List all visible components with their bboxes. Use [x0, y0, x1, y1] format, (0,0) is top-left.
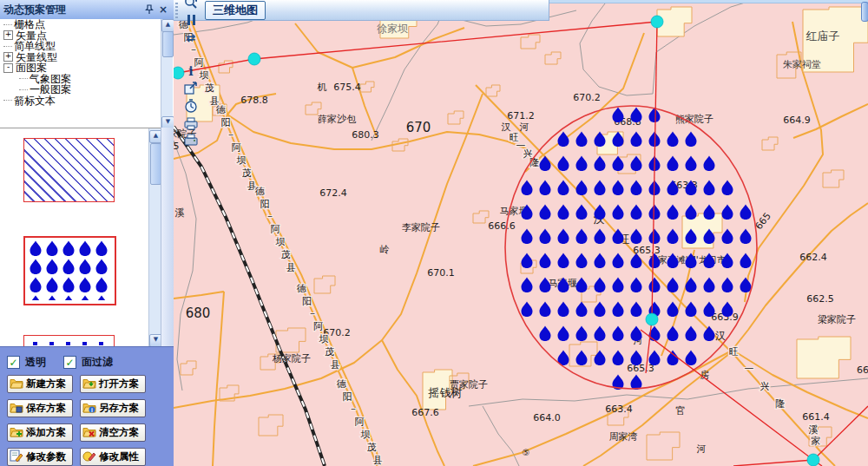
- pin-icon[interactable]: [142, 3, 156, 16]
- plan-vertex-handle[interactable]: [651, 16, 663, 28]
- svg-text:朱家祠堂: 朱家祠堂: [783, 59, 821, 70]
- folder-new-button[interactable]: 新建方案: [7, 375, 73, 393]
- svg-text:德: 德: [216, 104, 227, 115]
- svg-text:671.2: 671.2: [507, 110, 535, 121]
- folder-new-icon: [10, 377, 23, 391]
- map3d-button[interactable]: 三维地图: [205, 1, 266, 20]
- svg-text:熊家院子: 熊家院子: [675, 114, 713, 125]
- svg-text:665.3: 665.3: [627, 363, 654, 374]
- folder-add-button[interactable]: 添加方案: [7, 423, 73, 442]
- tree-item-矢量点[interactable]: +矢量点: [0, 30, 161, 42]
- svg-text:县: 县: [286, 262, 296, 273]
- svg-text:663.4: 663.4: [605, 404, 633, 415]
- button-label: 新建方案: [26, 377, 66, 391]
- plan-vertex-handle[interactable]: [248, 53, 260, 65]
- map-canvas[interactable]: 徐家坝红庙子朱家祠堂664.9机675.4薛家沙包680.3678.867067…: [174, 0, 868, 466]
- svg-text:阳: 阳: [221, 117, 231, 128]
- folder-saveas-button[interactable]: i另存方案: [80, 399, 146, 417]
- print-preview-icon: [183, 115, 199, 131]
- close-icon[interactable]: ×: [156, 3, 170, 16]
- collapse-icon[interactable]: -: [3, 63, 13, 73]
- map-toolbar: ⇄i 三维地图: [174, 0, 549, 21]
- scroll-up-icon[interactable]: ▲: [149, 130, 161, 143]
- svg-text:周家湾: 周家湾: [609, 431, 638, 443]
- svg-text:阳: 阳: [260, 199, 270, 210]
- tree-item-简单线型[interactable]: 简单线型: [0, 41, 161, 52]
- svg-text:官: 官: [676, 405, 686, 417]
- svg-text:670.1: 670.1: [427, 267, 455, 279]
- toolbar-grip[interactable]: [175, 3, 178, 18]
- third-pattern-swatch[interactable]: [23, 335, 115, 347]
- svg-text:－: －: [308, 308, 318, 319]
- preview-scrollbar[interactable]: ▲ ▼: [148, 128, 161, 347]
- edit-props-button[interactable]: 修改属性: [80, 448, 146, 466]
- folder-clear-button[interactable]: 清空方案: [80, 423, 146, 442]
- tree-item-矢量线型[interactable]: +矢量线型: [0, 52, 161, 63]
- hatch-pattern-swatch[interactable]: [23, 138, 115, 202]
- map-top-border: [549, 0, 868, 3]
- swap-icon: ⇄: [183, 30, 199, 45]
- tree-item-箭标文本[interactable]: 箭标文本: [0, 95, 161, 107]
- export-icon: [183, 81, 199, 96]
- svg-text:i: i: [91, 407, 93, 413]
- tree-item-label: 一般图案: [30, 84, 71, 95]
- timer-button[interactable]: [181, 97, 201, 115]
- svg-text:－: －: [266, 211, 275, 222]
- panel-title: 动态预案管理: [3, 3, 142, 17]
- svg-text:一: 一: [745, 364, 754, 375]
- svg-text:德: 德: [297, 283, 307, 294]
- svg-text:5: 5: [174, 141, 180, 152]
- svg-text:茂: 茂: [325, 346, 334, 358]
- tree-scrollbar[interactable]: ▲ ▼: [161, 19, 173, 128]
- svg-text:坝: 坝: [276, 236, 286, 247]
- folder-open-button[interactable]: 打开方案: [80, 375, 146, 393]
- preview-scroll-thumb[interactable]: [150, 143, 161, 185]
- folder-save-button[interactable]: 保存方案: [7, 399, 73, 417]
- tree-scroll-thumb[interactable]: [162, 31, 174, 57]
- svg-text:茂: 茂: [281, 249, 291, 260]
- export-button[interactable]: [181, 80, 201, 97]
- info-button[interactable]: i: [181, 62, 201, 80]
- svg-text:662.5: 662.5: [806, 293, 834, 305]
- plan-vertex-handle[interactable]: [646, 313, 658, 325]
- svg-text:徐家坝: 徐家坝: [377, 23, 408, 35]
- tree-item-一般图案[interactable]: 一般图案: [0, 84, 161, 95]
- svg-text:杨家院子: 杨家院子: [272, 353, 311, 364]
- edit-params-button[interactable]: 修改参数: [7, 448, 73, 466]
- svg-text:阿: 阿: [232, 142, 241, 154]
- checkbox-label: 透明: [25, 355, 46, 370]
- plan-vertex-handle[interactable]: [807, 454, 819, 466]
- svg-text:溪: 溪: [175, 207, 185, 219]
- scroll-up-icon[interactable]: ▲: [161, 19, 174, 32]
- button-label: 添加方案: [26, 426, 66, 439]
- svg-text:⇄: ⇄: [187, 30, 196, 43]
- svg-text:680.3: 680.3: [352, 129, 379, 141]
- expand-icon[interactable]: +: [3, 52, 13, 62]
- svg-text:662.4: 662.4: [799, 252, 827, 263]
- tree-connector: [3, 46, 12, 47]
- tree-item-label: 气象图案: [30, 74, 71, 84]
- svg-text:664.0: 664.0: [533, 412, 561, 423]
- drops-pattern-swatch[interactable]: [23, 236, 116, 305]
- pause-icon: [183, 12, 199, 28]
- svg-text:河: 河: [697, 443, 707, 455]
- scroll-down-icon[interactable]: ▼: [149, 334, 161, 347]
- swap-button[interactable]: ⇄: [181, 29, 201, 46]
- pause-button[interactable]: [181, 11, 201, 29]
- checkbox-透明[interactable]: ✓: [7, 356, 20, 369]
- print-button[interactable]: [181, 132, 201, 149]
- edit-props-icon: [82, 450, 96, 464]
- tree-item-面图案[interactable]: -面图案: [0, 62, 161, 74]
- tree-item-气象图案[interactable]: 气象图案: [0, 74, 161, 85]
- expand-icon[interactable]: +: [3, 30, 13, 40]
- zoom-prev-button[interactable]: [181, 0, 201, 11]
- checkbox-面过滤[interactable]: ✓: [63, 356, 76, 369]
- print-preview-button[interactable]: [181, 115, 201, 132]
- tree-connector: [3, 100, 12, 101]
- tree-item-栅格点[interactable]: 栅格点: [0, 19, 161, 30]
- svg-text:汉: 汉: [715, 330, 726, 342]
- svg-text:县: 县: [331, 359, 340, 371]
- map-corner-scroll-icon[interactable]: [861, 2, 868, 22]
- svg-text:666.6: 666.6: [488, 220, 516, 232]
- svg-text:茂: 茂: [205, 82, 214, 94]
